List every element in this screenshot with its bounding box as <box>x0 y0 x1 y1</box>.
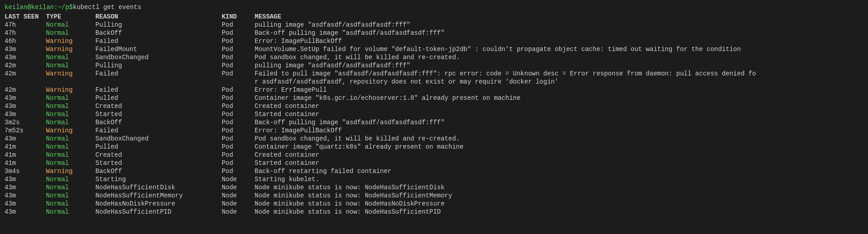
cell-last-seen: 47h <box>5 21 46 29</box>
cell-kind: Pod <box>222 110 255 118</box>
cell-last-seen: 3m4s <box>5 167 46 175</box>
cell-kind: Pod <box>222 159 255 167</box>
cell-message: pulling image "asdfasdf/asdfasdfasdf:fff… <box>255 61 863 70</box>
cell-reason: Starting <box>95 175 222 183</box>
cell-last-seen: 46h <box>5 37 46 45</box>
cell-kind: Node <box>222 192 255 200</box>
cell-last-seen: 42m <box>5 61 46 70</box>
table-row: 43mNormalPulledPodContainer image "k8s.g… <box>5 94 863 102</box>
cell-last-seen: 7m52s <box>5 126 46 135</box>
table-row: 41mNormalStartedPodStarted container <box>5 159 863 167</box>
cell-last-seen: 43m <box>5 183 46 192</box>
cell-kind: Pod <box>222 86 255 94</box>
cell-reason: Pulled <box>95 94 222 102</box>
table-row: 43mNormalSandboxChangedPodPod sandbox ch… <box>5 135 863 143</box>
cell-last-seen: 43m <box>5 94 46 102</box>
cell-type: Warning <box>46 37 95 45</box>
cell-type: Normal <box>46 192 95 200</box>
cell-reason: Created <box>95 102 222 110</box>
table-row: 47hNormalPullingPodpulling image "asdfas… <box>5 21 863 29</box>
cell-kind: Pod <box>222 126 255 135</box>
cell-message: Started container <box>255 110 863 118</box>
table-row: 3m4sWarningBackOffPodBack-off restarting… <box>5 167 863 175</box>
cell-reason: BackOff <box>95 118 222 126</box>
cell-message: Container image "k8s.gcr.io/echoserver:1… <box>255 94 863 102</box>
cell-last-seen: 41m <box>5 151 46 159</box>
cell-type: Normal <box>46 143 95 151</box>
table-row: 42mWarningFailedPodError: ErrImagePull <box>5 86 863 94</box>
prompt-user: keilan@keilan <box>5 4 54 11</box>
terminal-window: keilan@keilan : ~/p$ kubectl get events … <box>0 0 868 234</box>
cell-kind: Pod <box>222 21 255 29</box>
cell-type: Normal <box>46 135 95 143</box>
table-row: 43mNormalNodeHasNoDiskPressureNodeNode m… <box>5 200 863 208</box>
cell-message: Back-off pulling image "asdfasdf/asdfasd… <box>255 118 863 126</box>
cell-last-seen: 43m <box>5 110 46 118</box>
table-row: 42mWarningFailedPodFailed to pull image … <box>5 70 863 78</box>
header-last-seen: LAST SEEN <box>5 13 46 21</box>
cell-reason: NodeHasSufficientDisk <box>95 183 222 192</box>
cell-last-seen: 3m2s <box>5 118 46 126</box>
cell-message: Node minikube status is now: NodeHasNoDi… <box>255 200 863 208</box>
table-row: 43mNormalSandboxChangedPodPod sandbox ch… <box>5 53 863 61</box>
cell-message-continuation: r asdfasdf/asdfasdfasdf, repository does… <box>255 78 863 86</box>
cell-last-seen: 43m <box>5 45 46 53</box>
cell-message: Failed to pull image "asdfasdf/asdfasdfa… <box>255 70 863 78</box>
table-body: 47hNormalPullingPodpulling image "asdfas… <box>5 21 863 216</box>
cell-message: Pod sandbox changed, it will be killed a… <box>255 53 863 61</box>
cell-last-seen: 47h <box>5 29 46 37</box>
prompt-command: kubectl get events <box>73 4 141 11</box>
table-header: LAST SEEN TYPE REASON KIND MESSAGE <box>5 13 863 21</box>
cell-last-seen: 43m <box>5 208 46 216</box>
cell-last-seen: 43m <box>5 135 46 143</box>
cell-reason: NodeHasSufficientMemory <box>95 192 222 200</box>
cell-reason: Started <box>95 159 222 167</box>
cell-kind: Pod <box>222 167 255 175</box>
cell-last-seen: 42m <box>5 70 46 78</box>
table-row: 46hWarningFailedPodError: ImagePullBackO… <box>5 37 863 45</box>
cell-reason: Failed <box>95 126 222 135</box>
table-row: 43mNormalCreatedPodCreated container <box>5 102 863 110</box>
table-row: 7m52sWarningFailedPodError: ImagePullBac… <box>5 126 863 135</box>
cell-reason: Failed <box>95 37 222 45</box>
cell-reason: BackOff <box>95 167 222 175</box>
cell-type: Normal <box>46 29 95 37</box>
table-row: 43mWarningFailedMountPodMountVolume.SetU… <box>5 45 863 53</box>
cell-kind: Node <box>222 175 255 183</box>
header-kind: KIND <box>222 13 255 21</box>
cell-message: Back-off restarting failed container <box>255 167 863 175</box>
table-row: 42mNormalPullingPodpulling image "asdfas… <box>5 61 863 70</box>
cell-type: Normal <box>46 159 95 167</box>
cell-reason: Failed <box>95 86 222 94</box>
cell-last-seen: 41m <box>5 159 46 167</box>
cell-kind: Pod <box>222 94 255 102</box>
cell-reason: Created <box>95 151 222 159</box>
cell-last-seen: 43m <box>5 192 46 200</box>
cell-last-seen: 43m <box>5 200 46 208</box>
header-reason: REASON <box>95 13 222 21</box>
cell-kind: Pod <box>222 151 255 159</box>
header-type: TYPE <box>46 13 95 21</box>
cell-kind: Pod <box>222 102 255 110</box>
table-row: 43mNormalStartingNodeStarting kubelet. <box>5 175 863 183</box>
prompt-dir: ~/p$ <box>58 4 73 11</box>
cell-kind: Pod <box>222 61 255 70</box>
cell-message: Started container <box>255 159 863 167</box>
cell-kind: Pod <box>222 45 255 53</box>
cell-reason: Started <box>95 110 222 118</box>
cell-message: Pod sandbox changed, it will be killed a… <box>255 135 863 143</box>
cell-last-seen: 42m <box>5 86 46 94</box>
table-row: 41mNormalPulledPodContainer image "quart… <box>5 143 863 151</box>
table-row: 43mNormalStartedPodStarted container <box>5 110 863 118</box>
cell-reason: Failed <box>95 70 222 78</box>
cell-kind: Pod <box>222 53 255 61</box>
cell-type: Normal <box>46 110 95 118</box>
cell-type: Warning <box>46 167 95 175</box>
table-row: 3m2sNormalBackOffPodBack-off pulling ima… <box>5 118 863 126</box>
cell-message: Node minikube status is now: NodeHasSuff… <box>255 183 863 192</box>
cell-message: Error: ErrImagePull <box>255 86 863 94</box>
cell-reason: NodeHasNoDiskPressure <box>95 200 222 208</box>
table-row: 43mNormalNodeHasSufficientMemoryNodeNode… <box>5 192 863 200</box>
cell-type: Normal <box>46 118 95 126</box>
cell-kind: Pod <box>222 70 255 78</box>
